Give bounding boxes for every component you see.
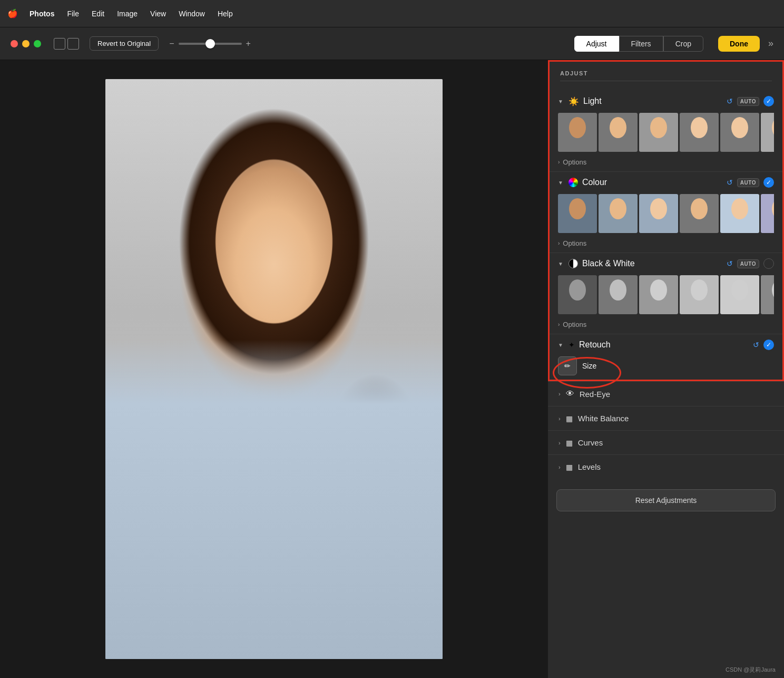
light-options-row[interactable]: › Options (558, 156, 774, 171)
menu-edit[interactable]: Edit (92, 9, 104, 18)
menu-help[interactable]: Help (218, 9, 233, 18)
panel-divider (560, 81, 772, 81)
colour-thumb-6[interactable] (761, 194, 774, 233)
retouch-icon: ✦ (569, 341, 575, 349)
retouch-chevron-icon: ▼ (558, 342, 564, 348)
bw-enabled-toggle[interactable] (763, 258, 774, 269)
red-eye-icon: 👁 (566, 389, 574, 399)
colour-options-chevron-icon: › (558, 240, 560, 246)
levels-section[interactable]: › ▦ Levels (548, 454, 784, 479)
light-enabled-toggle[interactable]: ✓ (763, 96, 774, 106)
bw-thumb-1[interactable] (558, 275, 597, 314)
retouch-label: Retouch (579, 340, 749, 350)
menu-window[interactable]: Window (179, 9, 205, 18)
bw-reset-icon[interactable]: ↺ (727, 259, 733, 268)
close-button[interactable] (11, 40, 18, 47)
more-options-button[interactable]: » (768, 38, 773, 49)
retouch-reset-icon[interactable]: ↺ (753, 341, 759, 349)
colour-thumb-3[interactable] (639, 194, 678, 233)
light-chevron-icon: ▼ (558, 99, 564, 104)
zoom-slider-thumb[interactable] (205, 39, 215, 49)
light-thumb-4[interactable] (680, 113, 719, 152)
colour-auto-badge[interactable]: AUTO (737, 178, 759, 187)
red-eye-label: Red-Eye (580, 390, 610, 399)
retouch-tool-button[interactable]: ✏ (558, 356, 577, 375)
bw-thumb-2[interactable] (599, 275, 638, 314)
colour-label: Colour (582, 178, 722, 187)
colour-options-row[interactable]: › Options (558, 237, 774, 253)
colour-reset-icon[interactable]: ↺ (727, 178, 733, 187)
retouch-size-row: ✏ Size 磨皮 (558, 354, 774, 380)
light-thumb-6[interactable] (761, 113, 774, 152)
bw-label: Black & White (582, 259, 722, 268)
white-balance-chevron-icon: › (558, 415, 561, 422)
tab-filters[interactable]: Filters (619, 36, 663, 52)
white-balance-icon: ▦ (566, 414, 573, 423)
retouch-enabled-toggle[interactable]: ✓ (763, 340, 774, 350)
tab-adjust[interactable]: Adjust (574, 36, 619, 52)
retouch-section: ▼ ✦ Retouch ↺ ✓ ✏ Size 磨皮 (550, 334, 782, 380)
menu-file[interactable]: File (67, 9, 79, 18)
menu-image[interactable]: Image (117, 9, 138, 18)
menu-view[interactable]: View (150, 9, 166, 18)
toolbar: Revert to Original − + Adjust Filters Cr… (0, 27, 784, 60)
colour-thumbnails (558, 192, 774, 237)
curves-section[interactable]: › ▦ Curves (548, 430, 784, 454)
light-thumb-3[interactable] (639, 113, 678, 152)
levels-icon: ▦ (566, 463, 573, 471)
bw-thumb-5[interactable] (720, 275, 759, 314)
bw-options-label: Options (563, 321, 586, 328)
light-thumbnails (558, 111, 774, 156)
panel-title: ADJUST (560, 70, 772, 76)
bw-thumb-6[interactable] (761, 275, 774, 314)
right-panel: ADJUST ▼ ☀️ Light ↺ AUTO ✓ (548, 60, 784, 678)
revert-to-original-button[interactable]: Revert to Original (90, 36, 159, 51)
red-eye-chevron-icon: › (558, 391, 561, 397)
bw-chevron-icon: ▼ (558, 261, 564, 267)
grid-view-button[interactable] (54, 38, 65, 50)
bw-icon (569, 259, 578, 268)
levels-label: Levels (578, 462, 601, 471)
levels-chevron-icon: › (558, 464, 561, 470)
tab-crop[interactable]: Crop (663, 36, 703, 52)
white-balance-section[interactable]: › ▦ White Balance (548, 406, 784, 430)
bw-thumb-4[interactable] (680, 275, 719, 314)
zoom-slider-track[interactable] (179, 43, 242, 45)
detail-view-button[interactable] (67, 38, 79, 50)
bw-options-row[interactable]: › Options (558, 318, 774, 334)
colour-enabled-toggle[interactable]: ✓ (763, 177, 774, 188)
slider-minus-icon[interactable]: − (169, 39, 174, 49)
light-auto-badge[interactable]: AUTO (737, 97, 759, 106)
colour-thumb-4[interactable] (680, 194, 719, 233)
colour-section: ▼ Colour ↺ AUTO ✓ › Options (550, 171, 782, 253)
colour-thumb-1[interactable] (558, 194, 597, 233)
reset-adjustments-button[interactable]: Reset Adjustments (556, 489, 776, 511)
light-section-header[interactable]: ▼ ☀️ Light ↺ AUTO ✓ (558, 91, 774, 111)
red-eye-section[interactable]: › 👁 Red-Eye (548, 381, 784, 406)
colour-section-header[interactable]: ▼ Colour ↺ AUTO ✓ (558, 172, 774, 192)
retouch-section-header[interactable]: ▼ ✦ Retouch ↺ ✓ (558, 334, 774, 354)
light-reset-icon[interactable]: ↺ (727, 97, 733, 105)
slider-plus-icon[interactable]: + (246, 39, 251, 49)
zoom-slider-area: − + (169, 39, 251, 49)
light-section: ▼ ☀️ Light ↺ AUTO ✓ › Option (550, 91, 782, 171)
bw-thumb-3[interactable] (639, 275, 678, 314)
colour-thumb-2[interactable] (599, 194, 638, 233)
light-thumb-1[interactable] (558, 113, 597, 152)
light-thumb-2[interactable] (599, 113, 638, 152)
light-icon: ☀️ (569, 96, 579, 106)
colour-chevron-icon: ▼ (558, 180, 564, 186)
done-button[interactable]: Done (718, 36, 760, 52)
curves-label: Curves (578, 438, 603, 447)
light-options-chevron-icon: › (558, 159, 560, 165)
bw-auto-badge[interactable]: AUTO (737, 259, 759, 268)
retouch-size-label: Size (582, 362, 596, 370)
traffic-lights (11, 40, 41, 47)
bw-section-header[interactable]: ▼ Black & White ↺ AUTO (558, 253, 774, 273)
light-thumb-5[interactable] (720, 113, 759, 152)
minimize-button[interactable] (22, 40, 30, 47)
colour-options-label: Options (563, 239, 586, 247)
fullscreen-button[interactable] (34, 40, 41, 47)
menu-photos[interactable]: Photos (30, 9, 54, 18)
colour-thumb-5[interactable] (720, 194, 759, 233)
